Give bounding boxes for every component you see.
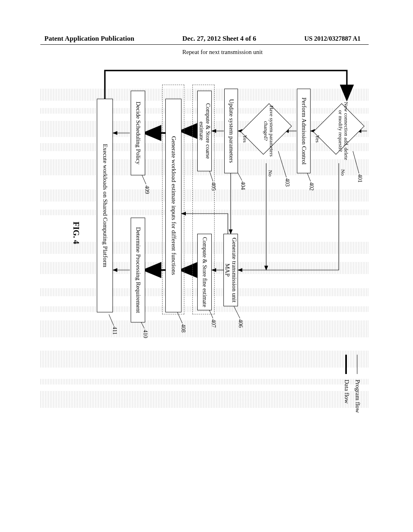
decision-params-changed-label: Have system parameters changed?	[263, 101, 274, 161]
ref-408: 408	[180, 324, 186, 332]
svg-line-14	[278, 151, 286, 177]
legend: Program flow Data flow	[343, 355, 361, 413]
loop-label: Repeat for next transmission unit	[182, 49, 263, 56]
box-admission-control-label: Perform Admission Control	[300, 98, 307, 165]
box-processing-req: Determine Processing Requirement	[131, 218, 145, 322]
box-update-params: Update system parameters	[224, 89, 238, 173]
svg-line-12	[353, 151, 359, 173]
header-right: US 2012/0327887 A1	[304, 35, 361, 42]
ref-411: 411	[111, 326, 118, 335]
box-update-params-label: Update system parameters	[227, 99, 234, 163]
thin-line-icon	[357, 355, 357, 374]
branch-no-401: No	[340, 169, 346, 176]
figure-caption: FIG. 4	[71, 222, 81, 244]
branch-no-403: No	[267, 170, 273, 177]
ref-406: 406	[237, 319, 244, 328]
box-gen-map: Generate transmission unit MAP	[223, 234, 238, 306]
figure-4-diagram: New connection add, delete or modify req…	[40, 60, 371, 423]
ref-403: 403	[284, 178, 290, 187]
ref-402: 402	[308, 182, 315, 191]
branch-yes-403: Yes	[242, 135, 248, 143]
legend-program-flow: Program flow	[354, 355, 361, 413]
box-workload-inputs-label: Generate workload estimate inputs for di…	[170, 136, 177, 275]
box-scheduling-policy-label: Decide Scheduling Policy	[134, 102, 141, 164]
legend-program-flow-label: Program flow	[355, 380, 361, 413]
ref-410: 410	[142, 330, 148, 338]
box-processing-req-label: Determine Processing Requirement	[134, 227, 141, 313]
svg-line-17	[234, 306, 240, 318]
header-middle: Dec. 27, 2012 Sheet 4 of 6	[182, 35, 256, 43]
legend-data-flow-label: Data flow	[344, 380, 350, 404]
branch-yes-401: Yes	[314, 135, 321, 143]
box-fine-estimate-label: Compute & Store fine estimate	[201, 237, 208, 307]
box-gen-map-label: Generate transmission unit MAP	[224, 237, 238, 303]
ref-409: 409	[144, 185, 150, 194]
header-left: Patent Application Publication	[44, 35, 134, 43]
header-rule	[40, 44, 369, 45]
box-workload-inputs: Generate workload estimate inputs for di…	[165, 99, 181, 312]
box-coarse-estimate-label: Compute & Store coarse estimate	[198, 94, 211, 168]
ref-401: 401	[357, 174, 363, 183]
svg-line-22	[109, 314, 114, 326]
ref-405: 405	[210, 182, 217, 191]
box-execute-workloads: Execute workloads on Shared Computing Pl…	[97, 99, 113, 312]
legend-data-flow: Data flow	[343, 355, 350, 413]
box-coarse-estimate: Compute & Store coarse estimate	[197, 91, 212, 171]
ref-407: 407	[210, 319, 217, 328]
box-fine-estimate: Compute & Store fine estimate	[197, 234, 212, 310]
ref-404: 404	[240, 181, 246, 190]
page-header: Patent Application Publication Dec. 27, …	[44, 35, 361, 43]
decision-connection-request-label: New connection add, delete or modify req…	[337, 101, 349, 161]
box-admission-control: Perform Admission Control	[297, 89, 311, 173]
box-scheduling-policy: Decide Scheduling Policy	[131, 91, 145, 175]
box-execute-workloads-label: Execute workloads on Shared Computing Pl…	[101, 144, 108, 267]
thick-line-icon	[345, 355, 347, 374]
